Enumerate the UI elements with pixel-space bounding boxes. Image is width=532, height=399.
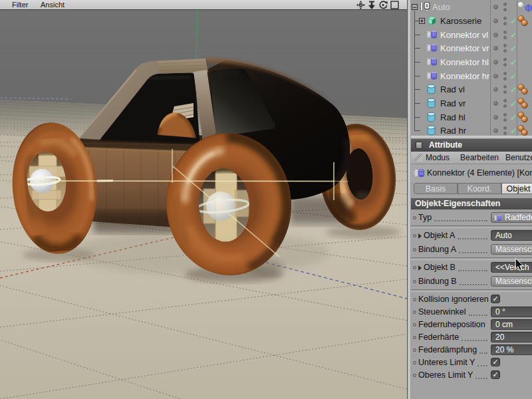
keyframe-ring-icon[interactable] [413, 374, 416, 377]
visibility-dot-icon[interactable] [493, 87, 498, 92]
connector-icon[interactable] [426, 29, 438, 43]
render-visibility-dot-icon[interactable] [503, 104, 507, 108]
enabled-check-icon[interactable]: ✓ [510, 99, 517, 108]
object-label[interactable]: Rad hr [440, 126, 466, 136]
connector-icon[interactable] [426, 43, 438, 56]
render-visibility-dot-icon[interactable] [503, 8, 507, 11]
render-visibility-dot-icon[interactable] [503, 49, 507, 53]
value-field[interactable]: 20 [491, 332, 532, 342]
keyframe-ring-icon[interactable] [413, 280, 416, 283]
editor-visibility-dot-icon[interactable] [503, 44, 507, 47]
pan-camera-icon[interactable] [356, 1, 365, 9]
keyframe-ring-icon[interactable] [413, 234, 416, 237]
object-tags[interactable] [517, 15, 529, 27]
object-label[interactable]: Auto [432, 2, 450, 12]
expand-triangle-icon[interactable] [418, 233, 422, 239]
attribute-manager-titlebar[interactable]: Attribute [411, 139, 532, 152]
tab-basis[interactable]: Basis [414, 183, 458, 194]
object-label[interactable]: Konnektor vl [440, 30, 488, 40]
keyframe-ring-icon[interactable] [413, 361, 416, 364]
object-label[interactable]: Konnektor hr [440, 71, 489, 81]
keyframe-ring-icon[interactable] [413, 311, 416, 314]
enabled-check-icon[interactable]: ✓ [510, 126, 517, 136]
object-row-karosserie[interactable]: +Karosserie✓ [411, 14, 532, 28]
render-visibility-dot-icon[interactable] [503, 22, 507, 25]
visibility-dot-icon[interactable] [493, 5, 498, 9]
keyframe-ring-icon[interactable] [413, 323, 416, 327]
editor-visibility-dot-icon[interactable] [503, 113, 507, 116]
viewport-menu-filter[interactable]: Filter [12, 0, 28, 9]
enabled-check-icon[interactable]: ✓ [510, 31, 517, 40]
editor-visibility-dot-icon[interactable] [503, 58, 507, 61]
render-visibility-dot-icon[interactable] [503, 77, 507, 80]
panel-icon[interactable] [416, 142, 422, 149]
cylinder-icon[interactable] [426, 112, 436, 125]
section-header[interactable]: Objekt-Eigenschaften [411, 198, 532, 209]
object-tags[interactable] [517, 83, 529, 96]
enabled-check-icon[interactable]: ✓ [510, 113, 517, 122]
enabled-check-icon[interactable]: ✓ [510, 58, 517, 67]
enabled-check-icon[interactable]: ✓ [510, 85, 517, 94]
drag-grip-icon[interactable] [414, 154, 422, 162]
visibility-dot-icon[interactable] [493, 33, 498, 37]
keyframe-ring-icon[interactable] [413, 298, 416, 301]
keyframe-ring-icon[interactable] [413, 216, 416, 219]
cylinder-icon[interactable] [426, 84, 436, 97]
keyframe-ring-icon[interactable] [413, 248, 416, 251]
object-row-rad-hl[interactable]: Rad hl✓ [411, 110, 532, 124]
editor-visibility-dot-icon[interactable] [503, 85, 507, 88]
object-row-rad-vl[interactable]: Rad vl✓ [411, 82, 532, 96]
render-visibility-dot-icon[interactable] [503, 90, 507, 94]
am-menu-benutzer[interactable]: Benutzer [505, 152, 532, 164]
toggle-view-icon[interactable] [390, 1, 399, 9]
render-visibility-dot-icon[interactable] [503, 36, 507, 39]
checkbox-checked[interactable]: ✓ [491, 295, 500, 303]
viewport-3d[interactable]: g Filter Ansicht [0, 0, 407, 399]
editor-visibility-dot-icon[interactable] [503, 3, 507, 6]
visibility-dot-icon[interactable] [493, 74, 498, 78]
enabled-check-icon[interactable]: ✓ [510, 44, 517, 53]
scene-3d-toy-car[interactable] [0, 10, 407, 399]
editor-visibility-dot-icon[interactable] [503, 99, 507, 102]
expand-triangle-icon[interactable] [418, 265, 422, 271]
expand-icon[interactable]: + [419, 18, 425, 24]
visibility-dot-icon[interactable] [493, 19, 498, 23]
visibility-dot-icon[interactable] [493, 60, 498, 65]
connector-icon[interactable] [426, 70, 438, 84]
object-label[interactable]: Karosserie [440, 16, 481, 26]
connector-icon[interactable] [426, 57, 438, 70]
enabled-check-icon[interactable]: ✓ [510, 17, 517, 26]
tab-objekt[interactable]: Objekt [501, 183, 532, 194]
rotate-camera-icon[interactable] [378, 1, 388, 9]
visibility-dot-icon[interactable] [493, 101, 498, 106]
object-row-konnektor-vl[interactable]: Konnektor vl✓ [411, 28, 532, 42]
object-tags[interactable] [517, 97, 529, 110]
polygon-cube-icon[interactable] [426, 15, 437, 29]
keyframe-ring-icon[interactable] [413, 348, 416, 352]
object-label[interactable]: Rad vl [440, 84, 465, 94]
editor-visibility-dot-icon[interactable] [503, 126, 507, 130]
editor-visibility-dot-icon[interactable] [503, 17, 507, 20]
object-label[interactable]: Rad hl [440, 112, 466, 122]
enabled-check-icon[interactable]: ✓ [510, 72, 517, 81]
value-field[interactable]: 0 ° [491, 307, 532, 317]
viewport-menu-ansicht[interactable]: Ansicht [41, 0, 65, 9]
keyframe-ring-icon[interactable] [413, 336, 416, 339]
visibility-dot-icon[interactable] [493, 128, 498, 133]
tab-koord[interactable]: Koord. [458, 183, 501, 194]
object-row-konnektor-hl[interactable]: Konnektor hl✓ [411, 55, 532, 69]
render-visibility-dot-icon[interactable] [503, 132, 507, 135]
object-tags[interactable] [517, 124, 529, 136]
visibility-dot-icon[interactable] [493, 115, 498, 120]
object-label[interactable]: Konnektor vr [440, 43, 489, 53]
object-row-konnektor-vr[interactable]: Konnektor vr✓ [411, 41, 532, 55]
editor-visibility-dot-icon[interactable] [503, 31, 507, 34]
collapse-icon[interactable]: − [412, 4, 418, 10]
cylinder-icon[interactable] [426, 125, 436, 136]
value-field[interactable]: Auto [491, 230, 532, 241]
keyframe-ring-icon[interactable] [413, 266, 416, 269]
editor-visibility-dot-icon[interactable] [503, 72, 507, 75]
value-field[interactable]: <<Versch [491, 262, 532, 273]
object-row-rad-hr[interactable]: Rad hr✓ [411, 124, 532, 136]
object-row-auto[interactable]: −Auto [411, 0, 532, 14]
